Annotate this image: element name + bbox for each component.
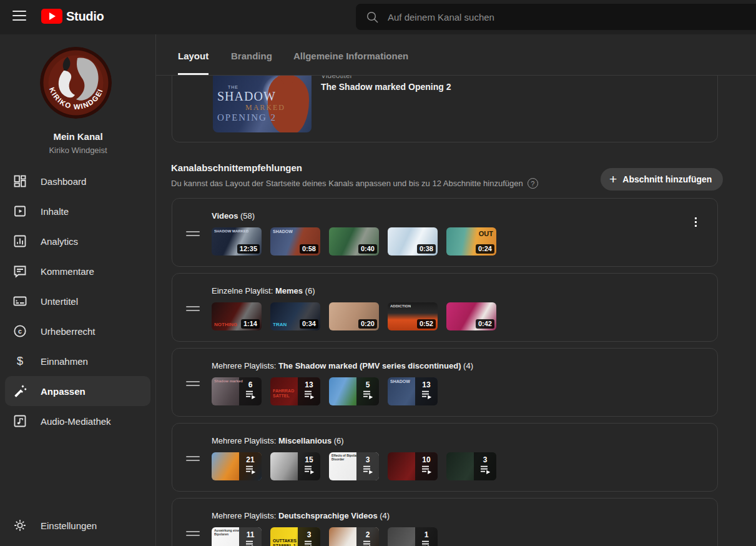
duration-badge: 12:35 [237, 244, 260, 254]
section-title-name: The Shadow marked (PMV series discontinu… [278, 361, 461, 370]
playlist-overlay: 5 [356, 377, 379, 405]
drag-handle[interactable] [186, 381, 200, 389]
logo-text: Studio [66, 9, 104, 24]
video-thumbnail: SHADOW MARKED12:35 [212, 227, 262, 256]
playlist-count: 13 [305, 381, 313, 389]
thumbnail-row: Shadow marked6FAHRRAD SATTEL135SHADOW13 [212, 377, 446, 405]
sidebar-item-einnahmen[interactable]: $Einnahmen [0, 346, 155, 376]
section-item-count: (4) [461, 361, 474, 370]
section-item-count: (6) [303, 286, 315, 295]
thumbnail-text: NOTHING [214, 322, 237, 328]
drag-handle[interactable] [186, 306, 200, 314]
sidebar-item-label: Einnahmen [41, 356, 88, 367]
sidebar-item-inhalte[interactable]: Inhalte [0, 196, 155, 226]
playlist-count: 1 [425, 531, 429, 539]
playlist-thumbnail: 10 [388, 452, 438, 480]
playlist-icon [421, 390, 432, 402]
section-title: Videos (58) [212, 211, 255, 221]
duration-badge: 0:20 [358, 319, 377, 329]
sidebar: KIRIKO WINDGEIST Mein Kanal Kiriko Windg… [0, 34, 156, 546]
search-input[interactable] [386, 11, 756, 23]
section-title-name: Memes [275, 286, 303, 295]
drag-handle[interactable] [186, 531, 200, 539]
thumbnail-row: NOTHING1:14TRAN0:340:20ADDICTION0:520:42 [212, 302, 505, 330]
youtube-studio-app: Studio KIRIKO WINDGEIST [0, 0, 756, 546]
playlist-icon [363, 465, 373, 477]
thumbnail-text: OUTTAKES STAFFEL 1 [273, 539, 309, 546]
video-thumbnail: ADDICTION0:52 [388, 302, 438, 330]
sidebar-item-anpassen[interactable]: Anpassen [5, 376, 150, 406]
sidebar-item-label: Kommentare [41, 266, 94, 277]
video-thumbnail: 0:38 [388, 227, 438, 256]
search-bar[interactable] [356, 4, 756, 30]
playlist-icon [421, 465, 432, 477]
drag-handle[interactable] [186, 231, 200, 239]
playlist-count: 3 [307, 531, 312, 539]
section-title-name: Videos [212, 211, 238, 221]
content-icon [12, 204, 27, 219]
section-recommendations-subtitle: Du kannst das Layout der Startseite dein… [171, 178, 538, 189]
duration-badge: 0:34 [300, 319, 318, 329]
kebab-menu-icon[interactable] [691, 216, 700, 227]
thumbnail-text: TRAN [273, 322, 287, 328]
sidebar-item-untertitel[interactable]: Untertitel [0, 286, 155, 316]
svg-text:c: c [18, 327, 22, 335]
video-title: The Shadow marked Opening 2 [321, 82, 451, 92]
playlist-overlay: 1 [415, 527, 438, 546]
sidebar-item-dashboard[interactable]: Dashboard [0, 166, 155, 196]
playlist-count: 13 [422, 381, 430, 389]
thumb-text-line: THE [228, 85, 238, 89]
sidebar-item-analytics[interactable]: Analytics [0, 226, 155, 256]
duration-badge: 0:58 [300, 244, 318, 254]
thumbnail-text: OUT [479, 230, 493, 237]
tab-branding[interactable]: Branding [231, 34, 272, 75]
playlist-count: 6 [248, 381, 253, 389]
thumb-text-line: OPENING 2 [217, 113, 277, 122]
playlist-icon [245, 540, 256, 546]
tab-allgemeine-informationen[interactable]: Allgemeine Informationen [293, 34, 408, 75]
section-card: Mehrere Playlists: Miscellanious (6)2115… [172, 423, 718, 492]
sidebar-item-label: Audio-Mediathek [41, 416, 111, 427]
channel-name: Mein Kanal [0, 131, 156, 142]
playlist-overlay: 13 [415, 377, 438, 405]
sidebar-item-kommentare[interactable]: Kommentare [0, 256, 155, 286]
channel-owner: Kiriko Windgeist [0, 146, 156, 155]
sidebar-menu: DashboardInhalteAnalyticsKommentareUnter… [0, 166, 155, 436]
tab-layout[interactable]: Layout [178, 34, 209, 75]
sidebar-item-audio-mediathek[interactable]: Audio-Mediathek [0, 406, 155, 436]
thumbnail-text: SHADOW MARKED [214, 229, 248, 234]
sidebar-item-urheberrecht[interactable]: cUrheberrecht [0, 316, 155, 346]
section-card: Mehrere Playlists: Deutschsprachige Vide… [172, 498, 718, 546]
add-section-label: Abschnitt hinzufügen [622, 174, 712, 184]
playlist-overlay: 10 [415, 452, 438, 480]
thumbnail-text: Effects of Bipolar Disorder [331, 454, 368, 461]
section-title-prefix: Einzelne Playlist: [212, 286, 275, 295]
section-card: Videos (58)SHADOW MARKED12:35SHADOW0:580… [172, 198, 718, 267]
thumbnail-text: ADDICTION [390, 304, 411, 309]
audio-library-icon [12, 414, 27, 429]
section-item-count: (6) [331, 436, 344, 445]
playlist-overlay: 3 [474, 452, 496, 480]
help-icon[interactable] [528, 178, 538, 189]
playlist-thumbnail: OUTTAKES STAFFEL 13 [270, 527, 320, 546]
video-thumbnail: 0:20 [329, 302, 379, 330]
sidebar-item-label: Untertitel [41, 296, 78, 307]
section-title: Mehrere Playlists: Deutschsprachige Vide… [212, 511, 390, 520]
tabbar: Layout Branding Allgemeine Informationen [156, 34, 756, 76]
youtube-studio-logo[interactable]: Studio [41, 9, 104, 24]
sidebar-item-einstellungen[interactable]: Einstellungen [0, 510, 155, 540]
playlist-thumbnail: 5 [329, 377, 379, 405]
video-thumbnail: 0:42 [446, 302, 496, 330]
hamburger-menu-icon[interactable] [12, 11, 26, 22]
playlist-icon [363, 390, 373, 402]
channel-avatar[interactable]: KIRIKO WINDGEIST [40, 47, 112, 119]
section-card: Einzelne Playlist: Memes (6)NOTHING1:14T… [172, 273, 718, 342]
playlist-thumbnail: Effects of Bipolar Disorder3 [329, 452, 379, 480]
section-title-prefix: Mehrere Playlists: [212, 511, 278, 520]
drag-handle[interactable] [186, 456, 200, 464]
video-thumbnail: TRAN0:34 [270, 302, 320, 330]
copyright-icon: c [12, 324, 27, 339]
playlist-icon [421, 540, 432, 546]
playlist-thumbnail: 21 [212, 452, 262, 480]
add-section-button[interactable]: Abschnitt hinzufügen [601, 168, 723, 191]
